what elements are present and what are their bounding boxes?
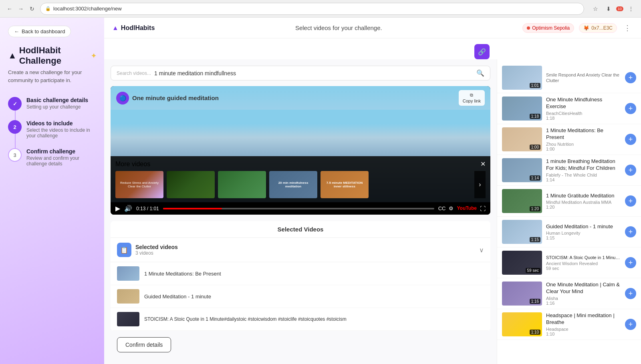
cc-button[interactable]: CC	[438, 205, 446, 212]
url-text: localhost:3002/challenge/new	[53, 6, 122, 12]
video-title: One minute guided meditation	[132, 95, 219, 101]
play-button[interactable]: ▶	[115, 205, 120, 212]
address-bar[interactable]: 🔒 localhost:3002/challenge/new	[40, 3, 584, 15]
back-to-dashboard-button[interactable]: ← Back to dashboard	[8, 26, 71, 37]
header-menu-button[interactable]: ⋮	[622, 22, 633, 34]
search-input[interactable]	[154, 70, 473, 76]
step-1-circle: ✓	[8, 97, 22, 111]
star-button[interactable]: ☆	[591, 4, 601, 14]
result-duration-0: 1:01	[530, 83, 540, 88]
result-channel-8: Headspace	[546, 327, 621, 332]
settings-icon[interactable]: ⚙	[449, 205, 454, 212]
thumb-2[interactable]	[167, 171, 215, 198]
app-name: HodlHabits	[121, 24, 155, 32]
add-button-4[interactable]: +	[625, 195, 636, 207]
result-duration-display-1: 1:18	[546, 116, 621, 121]
selected-thumb-1	[117, 266, 139, 281]
time-display: 0:13 / 1:01	[136, 206, 159, 211]
result-duration-display-2: 1:00	[546, 147, 621, 151]
result-thumb-1: 1:18	[502, 97, 542, 121]
result-title-4: 1 Minute Gratitude Meditation	[546, 193, 621, 199]
result-thumb-6: 59 sec	[502, 251, 542, 275]
main-content: Search videos... 🔍 🔗 🔵 One minute guided…	[104, 59, 641, 364]
add-button-8[interactable]: +	[625, 319, 636, 330]
add-button-3[interactable]: +	[625, 165, 636, 176]
app-header: ▲ HodlHabits Select videos for your chal…	[104, 18, 641, 38]
result-duration-display-4: 1:20	[546, 205, 621, 209]
add-button-6[interactable]: +	[625, 257, 636, 268]
sidebar-title: ▲ HodlHabit Challenge ✦	[8, 45, 96, 66]
search-icon-button[interactable]: 🔍	[476, 69, 484, 77]
result-item-5: 1:15 Guided Meditation - 1 minute Human …	[497, 217, 641, 247]
result-info-6: STOICISM: A Stoic Quote in 1 Minute#dail…	[546, 255, 621, 271]
result-duration-display-7: 1:16	[546, 301, 621, 306]
result-item-2: 1:00 1 Minute Meditations: Be Present Zh…	[497, 124, 641, 155]
thumb-1[interactable]: Reduce Stress and Anxiety Clear the Clut…	[115, 171, 163, 198]
add-button-1[interactable]: +	[625, 103, 636, 114]
next-thumbnails-button[interactable]: ›	[474, 171, 486, 198]
collapse-button[interactable]: ∨	[479, 246, 484, 254]
thumb-3[interactable]	[218, 171, 266, 198]
result-item-6: 59 sec STOICISM: A Stoic Quote in 1 Minu…	[497, 247, 641, 278]
fox-icon: 🦊	[583, 25, 589, 31]
video-thumbnails: Reduce Stress and Anxiety Clear the Clut…	[115, 171, 486, 198]
thumb-4[interactable]: 20 min mindfulness meditation	[269, 171, 317, 198]
step-1-title: Basic challenge details	[26, 97, 96, 103]
result-thumb-3: 1:14	[502, 158, 542, 182]
selected-videos-header: Selected Videos	[111, 221, 490, 238]
result-thumb-0: 1:01	[502, 66, 542, 90]
add-button-2[interactable]: +	[625, 134, 636, 145]
result-info-2: 1 Minute Meditations: Be Present Zhou Nu…	[546, 127, 621, 151]
group-icon: 📋	[117, 243, 131, 257]
steps-list: ✓ Basic challenge details Setting up you…	[8, 92, 96, 171]
result-duration-1: 1:18	[530, 114, 540, 119]
step-1-subtitle: Setting up your challenge	[26, 104, 96, 110]
sidebar-description: Create a new challenge for your communit…	[8, 68, 96, 84]
video-player: 🔵 One minute guided meditation ⧉ Copy li…	[111, 86, 490, 215]
confirm-details-button[interactable]: Confirm details	[117, 337, 171, 352]
lock-icon: 🔒	[45, 6, 51, 11]
result-info-0: Smile Respond And Anxiety Clear the Clut…	[546, 72, 621, 84]
selected-videos-list: 📋 Selected videos 3 videos ∨ 1 Minute Me…	[111, 238, 490, 331]
download-button[interactable]: ⬇	[603, 4, 614, 14]
result-title-2: 1 Minute Meditations: Be Present	[546, 127, 621, 141]
progress-bar[interactable]	[163, 208, 434, 209]
video-controls: ▶ 🔊 0:13 / 1:01 CC ⚙ YouTube ⛶	[111, 202, 490, 215]
search-bar: Search videos... 🔍	[111, 66, 490, 80]
step-3-title: Confirm challenge	[26, 148, 96, 155]
header-right: Optimism Sepolia 🦊 0x7...E3C ⋮	[522, 22, 633, 34]
add-button-0[interactable]: +	[625, 72, 636, 83]
step-3-subtitle: Review and confirm your challenge detail…	[26, 155, 96, 167]
more-videos-label: More videos	[115, 161, 150, 168]
copy-link-button[interactable]: ⧉ Copy link	[459, 90, 485, 106]
result-item-4: 1:20 1 Minute Gratitude Meditation Mindf…	[497, 186, 641, 217]
selected-title-1: 1 Minute Meditations: Be Present	[144, 271, 484, 277]
wallet-badge: 🦊 0x7...E3C	[579, 23, 617, 33]
step-2: 2 Videos to include Select the videos to…	[8, 115, 96, 143]
result-thumb-2: 1:00	[502, 127, 542, 151]
close-strip-button[interactable]: ✕	[480, 160, 486, 168]
result-title-8: Headspace | Mini meditation | Breathe	[546, 312, 621, 326]
thumb-5[interactable]: 7.5 minute MEDITATION inner stillness	[320, 171, 369, 198]
video-header: 🔵 One minute guided meditation ⧉ Copy li…	[111, 86, 490, 110]
back-button[interactable]: ←	[5, 4, 14, 14]
add-button-5[interactable]: +	[625, 226, 636, 237]
thumb-1-bg: Reduce Stress and Anxiety Clear the Clut…	[115, 171, 163, 198]
copy-link-label: Copy link	[463, 99, 481, 103]
fullscreen-button[interactable]: ⛶	[480, 205, 486, 212]
menu-button[interactable]: ⋮	[626, 4, 636, 14]
video-channel: 🔵 One minute guided meditation	[116, 92, 219, 105]
result-item-1: 1:18 One Minute Mindfulness Exercise Bea…	[497, 93, 641, 124]
result-duration-display-5: 1:15	[546, 235, 621, 240]
selected-thumb-2	[117, 289, 139, 304]
step-1: ✓ Basic challenge details Setting up you…	[8, 92, 96, 115]
add-button-7[interactable]: +	[625, 288, 636, 299]
result-duration-display-6: 59 sec	[546, 266, 621, 271]
forward-button[interactable]: →	[16, 4, 26, 14]
refresh-button[interactable]: ↻	[27, 4, 37, 14]
back-arrow-icon: ←	[14, 28, 19, 34]
browser-nav-buttons: ← → ↻	[5, 4, 37, 14]
thumb-3-bg	[218, 171, 266, 198]
volume-button[interactable]: 🔊	[124, 205, 132, 212]
result-title-6: STOICISM: A Stoic Quote in 1 Minute#dail…	[546, 255, 621, 260]
